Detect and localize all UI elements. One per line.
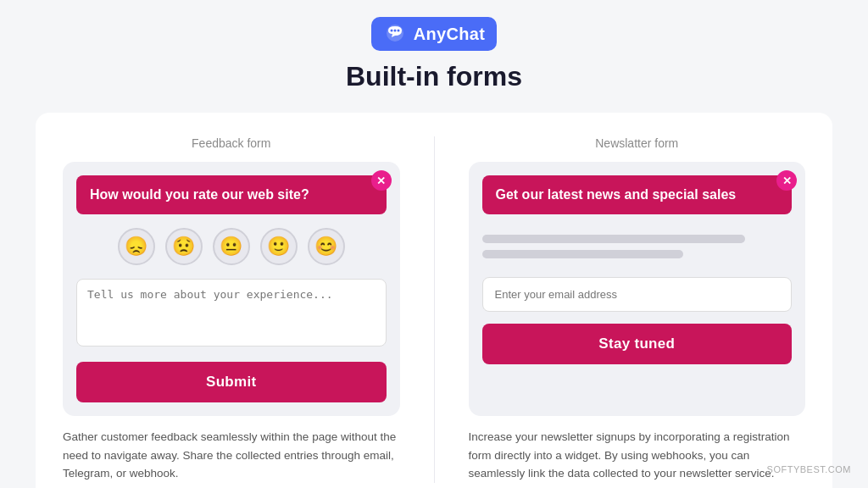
rating-face-3[interactable]: 😐 (213, 228, 250, 265)
newsletter-close-button[interactable]: ✕ (776, 170, 797, 191)
feedback-section-label: Feedback form (63, 136, 400, 150)
rating-face-1[interactable]: 😞 (118, 228, 155, 265)
feedback-description: Gather customer feedback seamlessly with… (63, 428, 400, 483)
feedback-widget: ✕ How would you rate our web site? 😞 😟 😐… (63, 162, 400, 416)
newsletter-description: Increase your newsletter signups by inco… (469, 428, 806, 483)
rating-face-5[interactable]: 😊 (308, 228, 345, 265)
skeleton-line-2 (482, 250, 684, 258)
rating-face-4[interactable]: 🙂 (260, 228, 298, 265)
svg-point-1 (390, 30, 392, 32)
feedback-header-text: How would you rate our web site? (90, 187, 309, 202)
newsletter-header-text: Get our latest news and special sales (496, 187, 737, 202)
svg-point-3 (397, 30, 399, 32)
newsletter-submit-button[interactable]: Stay tuned (482, 324, 793, 364)
rating-row: 😞 😟 😐 🙂 😊 (76, 228, 387, 265)
rating-face-2[interactable]: 😟 (165, 228, 203, 265)
newsletter-form-column: Newslatter form ✕ Get our latest news an… (469, 136, 806, 483)
newsletter-section-label: Newslatter form (469, 136, 806, 150)
newsletter-widget: ✕ Get our latest news and special sales … (469, 162, 806, 416)
newsletter-header: Get our latest news and special sales (482, 175, 793, 214)
anychat-logo-icon (383, 22, 407, 46)
main-card: Feedback form ✕ How would you rate our w… (36, 113, 832, 488)
feedback-form-column: Feedback form ✕ How would you rate our w… (63, 136, 400, 483)
feedback-textarea[interactable] (76, 279, 387, 347)
logo-badge: AnyChat (371, 17, 497, 51)
email-input[interactable] (482, 277, 793, 312)
feedback-header: How would you rate our web site? (76, 175, 387, 214)
skeleton-line-1 (482, 235, 746, 243)
watermark: SOFTYBEST.COM (767, 464, 851, 474)
feedback-submit-button[interactable]: Submit (76, 362, 387, 402)
logo-text: AnyChat (414, 25, 485, 44)
logo-area: AnyChat (371, 17, 497, 51)
column-divider (434, 136, 435, 483)
svg-point-2 (393, 30, 396, 32)
page-title: Built-in forms (346, 61, 522, 92)
newsletter-skeleton-lines (482, 228, 793, 265)
feedback-close-button[interactable]: ✕ (371, 170, 392, 191)
